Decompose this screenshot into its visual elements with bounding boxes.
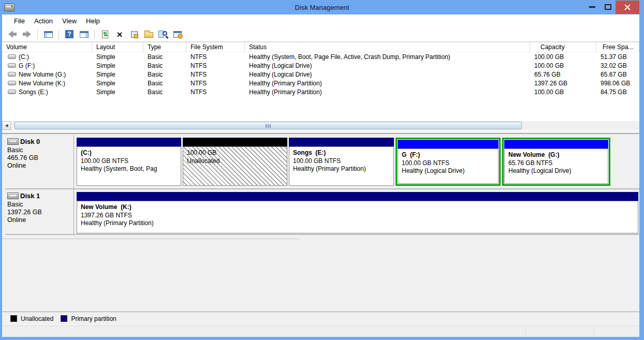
delete-volume-icon[interactable]: × <box>114 29 125 39</box>
column-header-free-space[interactable]: Free Spa... <box>596 42 639 52</box>
partition-text-line: New Volume (K:) <box>81 203 637 212</box>
cell-type: Basic <box>143 79 186 87</box>
show-console-tree-icon[interactable] <box>43 29 53 39</box>
partition-text-line: 65.76 GB NTFS <box>508 159 607 168</box>
cell-layout: Simple <box>92 52 143 61</box>
partition-body: New Volume (K:)1397.26 GB NTFSHealthy (P… <box>77 201 638 233</box>
partition-unallocated[interactable]: 100.00 GBUnallocated <box>183 138 287 186</box>
cell-layout: Simple <box>92 79 143 87</box>
volume-list-rows: (C:)SimpleBasicNTFSHealthy (System, Boot… <box>2 52 639 96</box>
partition-color-bar <box>183 138 287 146</box>
status-bar <box>2 326 639 337</box>
partition-text-line: Unallocated <box>187 157 286 166</box>
extended-partition-frame: G (F:)100.00 GB NTFSHealthy (Logical Dri… <box>396 138 501 186</box>
disk-row: Disk 1Basic1397.26 GBOnlineNew Volume (K… <box>5 189 639 235</box>
partitions-area: (C:)100.00 GB NTFSHealthy (System, Boot,… <box>74 135 639 188</box>
menu-file[interactable]: File <box>9 16 30 26</box>
disk-management-window: Disk Management File Action View Help ? … <box>0 0 644 340</box>
partition-text-line: Songs (E:) <box>293 149 392 157</box>
titlebar: Disk Management <box>0 0 644 14</box>
cell-volume: New Volume (K:) <box>2 79 92 87</box>
pane-splitter[interactable] <box>2 130 639 134</box>
partition-text-line: Healthy (System, Boot, Pag <box>81 165 180 173</box>
status-separator <box>525 328 526 335</box>
cell-free-space: 65.67 GB <box>596 70 639 79</box>
partition-primary[interactable]: Songs (E:)100.00 GB NTFSHealthy (Primary… <box>289 138 394 186</box>
disk-info-line: Basic <box>7 201 74 209</box>
partition-body: G (F:)100.00 GB NTFSHealthy (Logical Dri… <box>398 149 499 184</box>
legend-item: Unallocated <box>10 315 53 322</box>
disk-row: Disk 0Basic465.76 GBOnline(C:)100.00 GB … <box>5 135 639 189</box>
disk-name: Disk 0 <box>7 138 74 145</box>
cell-type: Basic <box>143 52 186 61</box>
legend-label: Primary partition <box>71 315 116 322</box>
minimize-icon <box>589 6 595 8</box>
column-header-type[interactable]: Type <box>143 42 186 52</box>
disk-info-panel[interactable]: Disk 1Basic1397.26 GBOnline <box>5 189 74 234</box>
menu-bar: File Action View Help <box>2 14 639 27</box>
table-row[interactable]: Songs (E:)SimpleBasicNTFSHealthy (Primar… <box>2 87 639 96</box>
cell-capacity: 1397.26 GB <box>530 79 596 87</box>
cell-free-space: 32.02 GB <box>596 61 639 70</box>
menu-action[interactable]: Action <box>30 16 57 26</box>
partition-text-line: Healthy (Logical Drive) <box>402 167 497 175</box>
status-separator <box>594 328 594 335</box>
forward-icon[interactable] <box>22 29 32 39</box>
table-row[interactable]: (C:)SimpleBasicNTFSHealthy (System, Boot… <box>2 52 639 61</box>
menu-help[interactable]: Help <box>81 16 105 26</box>
back-icon[interactable] <box>7 29 18 39</box>
properties-icon[interactable] <box>129 29 139 39</box>
partition-logical[interactable]: New Volume (G:)65.76 GB NTFSHealthy (Log… <box>504 140 608 184</box>
table-row[interactable]: New Volume (G:)SimpleBasicNTFSHealthy (L… <box>2 70 639 79</box>
cell-volume: (C:) <box>2 52 92 61</box>
disk-drive-icon <box>7 193 19 199</box>
partition-text-line: (C:) <box>81 149 180 157</box>
cell-type: Basic <box>143 70 186 79</box>
partition-primary[interactable]: (C:)100.00 GB NTFSHealthy (System, Boot,… <box>77 138 181 186</box>
column-header-status[interactable]: Status <box>245 42 530 52</box>
table-row[interactable]: G (F:)SimpleBasicNTFSHealthy (Logical Dr… <box>2 61 639 70</box>
maximize-button[interactable] <box>600 1 616 14</box>
open-icon[interactable] <box>143 29 154 39</box>
cell-free-space: 84.75 GB <box>596 87 639 96</box>
drive-icon <box>8 54 16 59</box>
close-button[interactable] <box>616 1 639 14</box>
horizontal-scrollbar[interactable]: ◀ <box>2 121 639 130</box>
view-icon[interactable] <box>158 29 168 39</box>
menu-view[interactable]: View <box>57 16 81 26</box>
disk-name-label: Disk 1 <box>20 192 40 200</box>
show-action-pane-icon[interactable] <box>79 29 89 39</box>
maximize-icon <box>605 4 611 10</box>
column-header-layout[interactable]: Layout <box>92 42 143 52</box>
scrollbar-thumb[interactable] <box>14 122 522 129</box>
cell-status: Healthy (Primary Partition) <box>245 79 530 87</box>
scroll-left-arrow[interactable]: ◀ <box>2 121 11 130</box>
disk-info-panel[interactable]: Disk 0Basic465.76 GBOnline <box>5 135 74 188</box>
cell-file-system: NTFS <box>186 61 245 70</box>
table-row[interactable]: New Volume (K:)SimpleBasicNTFSHealthy (P… <box>2 79 639 87</box>
drive-icon <box>8 90 16 94</box>
partition-body: 100.00 GBUnallocated <box>183 146 287 186</box>
settings-icon[interactable] <box>172 29 183 39</box>
partition-text-line: Healthy (Logical Drive) <box>508 167 607 175</box>
partition-color-bar <box>504 140 608 149</box>
column-header-file-system[interactable]: File System <box>186 42 245 52</box>
partition-text-line: 100.00 GB NTFS <box>81 157 180 166</box>
minimize-button[interactable] <box>584 1 600 14</box>
partition-text-line: G (F:) <box>402 151 497 159</box>
column-header-volume[interactable]: Volume <box>2 42 92 52</box>
help-icon[interactable]: ? <box>64 29 75 39</box>
partition-text-line: 100.00 GB NTFS <box>293 157 392 166</box>
cell-layout: Simple <box>92 61 143 70</box>
partition-primary[interactable]: New Volume (K:)1397.26 GB NTFSHealthy (P… <box>77 192 638 233</box>
partition-text-line: Healthy (Primary Partition) <box>81 219 637 228</box>
disk-info-line: Basic <box>7 146 74 154</box>
refresh-icon[interactable]: ⇅ <box>100 29 110 39</box>
volume-name: G (F:) <box>19 62 35 69</box>
column-header-capacity[interactable]: Capacity <box>530 42 596 52</box>
window-title: Disk Management <box>0 4 644 11</box>
partition-color-bar <box>398 140 499 149</box>
volume-list-panel: Volume Layout Type File System Status Ca… <box>2 42 639 130</box>
partitions-area: New Volume (K:)1397.26 GB NTFSHealthy (P… <box>74 189 639 234</box>
partition-logical[interactable]: G (F:)100.00 GB NTFSHealthy (Logical Dri… <box>398 140 499 184</box>
